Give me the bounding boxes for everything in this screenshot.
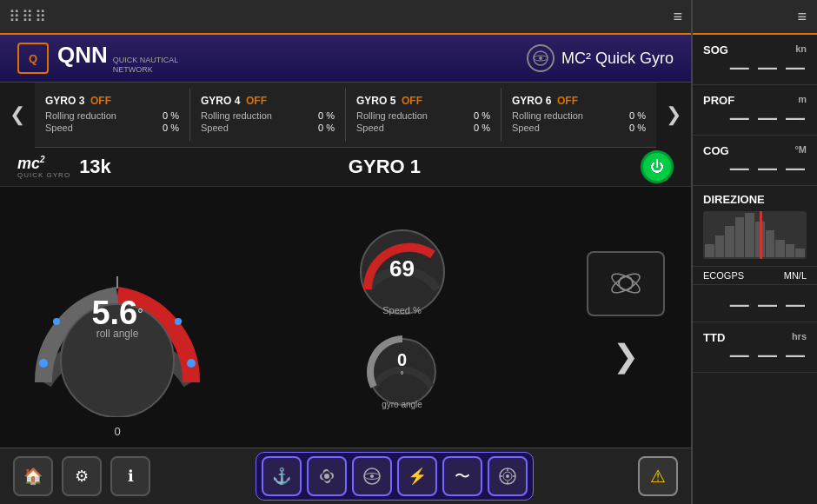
- gyro-icon: [527, 44, 555, 72]
- svg-point-14: [324, 474, 329, 479]
- gyro-nav: ❮ GYRO 3 OFF Rolling reduction 0 % Speed…: [0, 83, 691, 148]
- settings-button[interactable]: ⚙: [62, 456, 102, 496]
- mc2-logo: mc2 QUICK GYRO: [17, 156, 70, 179]
- sidebar-prof: PROF m — — —: [693, 85, 817, 136]
- roll-labels: 0 5 -5 10 -10 15 -15: [17, 421, 217, 448]
- logo-text: QNN QUICK NAUTICAL NETWORK: [57, 42, 178, 75]
- angle-center: 0°: [397, 349, 407, 386]
- logo-subtitle: QUICK NAUTICAL NETWORK: [113, 56, 179, 75]
- fan-button[interactable]: [307, 456, 347, 496]
- logo-area: Q QNN QUICK NAUTICAL NETWORK: [17, 42, 178, 75]
- right-icons: ❯: [587, 251, 674, 383]
- speed-label: Speed %: [382, 305, 422, 315]
- gauges-area: 0 5 -5 10 -10 15 -15 5.6° roll angle: [0, 187, 691, 448]
- app-title: MC² Quick Gyro: [527, 44, 674, 72]
- lightning-button[interactable]: ⚡: [397, 456, 437, 496]
- sidebar-top: ≡: [693, 0, 817, 35]
- app-grid-icon[interactable]: ⠿⠿⠿: [9, 7, 48, 26]
- gyro-angle-value: 0: [397, 349, 407, 369]
- ttd-value: — — —: [703, 344, 807, 367]
- svg-point-8: [53, 318, 60, 325]
- bottom-bar: 🏠 ⚙ ℹ ⚓ ⚡: [0, 448, 691, 504]
- svg-point-5: [187, 359, 196, 368]
- speed-value: 69: [389, 255, 415, 282]
- sidebar-ecogps-value: — — —: [693, 285, 817, 322]
- gyro-angle-label: gyro angle: [382, 400, 422, 409]
- speed-center: 69: [389, 255, 415, 282]
- home-button[interactable]: 🏠: [13, 456, 53, 496]
- svg-point-7: [175, 318, 182, 325]
- svg-point-2: [539, 56, 542, 60]
- gyro-speed-display: 13k: [79, 156, 111, 178]
- sidebar-sog: SOG kn — — —: [693, 35, 817, 85]
- qnn-label: QNN: [57, 42, 108, 69]
- gyro-item-6[interactable]: GYRO 6 OFF Rolling reduction 0 % Speed 0…: [501, 88, 656, 142]
- sidebar-cog: COG °M — — —: [693, 136, 817, 186]
- cog-value: — — —: [703, 157, 807, 180]
- sidebar-menu-icon[interactable]: ≡: [797, 8, 807, 26]
- gyro-item-4[interactable]: GYRO 4 OFF Rolling reduction 0 % Speed 0…: [190, 88, 346, 142]
- wave-button[interactable]: 〜: [442, 456, 482, 496]
- logo-icon: Q: [17, 43, 49, 74]
- direction-indicator: [760, 211, 762, 259]
- sog-value: — — —: [703, 56, 807, 79]
- gyro-main-label: GYRO 1: [129, 156, 641, 178]
- top-bar: ⠿⠿⠿ ≡: [0, 0, 691, 35]
- info-button[interactable]: ℹ: [110, 456, 150, 496]
- roll-val-label: roll angle: [91, 328, 143, 340]
- gyro-main-header: mc2 QUICK GYRO 13k GYRO 1 ⏻: [0, 148, 691, 187]
- next-gyro-button[interactable]: ❯: [604, 329, 648, 383]
- gyro-orbit-icon-button[interactable]: [587, 251, 665, 316]
- header: Q QNN QUICK NAUTICAL NETWORK MC² Quick G…: [0, 35, 691, 83]
- top-menu-icon[interactable]: ≡: [673, 8, 682, 26]
- angle-gauge-wrap: 0° gyro angle: [363, 333, 442, 411]
- svg-point-6: [39, 359, 48, 368]
- sidebar-direzione: DIREZIONE: [693, 186, 817, 267]
- gyro-items: GYRO 3 OFF Rolling reduction 0 % Speed 0…: [35, 88, 656, 142]
- svg-point-17: [370, 474, 374, 478]
- nav-prev-button[interactable]: ❮: [0, 83, 35, 148]
- gyro-item-3[interactable]: GYRO 3 OFF Rolling reduction 0 % Speed 0…: [35, 88, 190, 142]
- right-sidebar: ≡ SOG kn — — — PROF m — — — COG °M — — —…: [691, 0, 817, 504]
- roll-val-number: 5.6: [91, 295, 137, 331]
- nav-next-button[interactable]: ❯: [656, 83, 691, 148]
- speed-gauge-wrap: 69 Speed %: [355, 224, 450, 320]
- nav-button-group: ⚓ ⚡ 〜: [256, 452, 534, 501]
- roll-gauge-container: 0 5 -5 10 -10 15 -15 5.6° roll angle: [17, 217, 217, 417]
- prof-value: — — —: [703, 107, 807, 129]
- sidebar-ecogps-row: ECOGPS MN/L: [693, 267, 817, 285]
- target-button[interactable]: [488, 456, 528, 496]
- center-gauges: 69 Speed % 0° gyro angle: [235, 224, 569, 411]
- sidebar-ttd: TTD hrs — — —: [693, 322, 817, 373]
- anchor-button[interactable]: ⚓: [262, 456, 302, 496]
- gyro-item-5[interactable]: GYRO 5 OFF Rolling reduction 0 % Speed 0…: [346, 88, 501, 142]
- gyro-circle-button[interactable]: [352, 456, 392, 496]
- power-button[interactable]: ⏻: [641, 150, 674, 183]
- svg-point-20: [506, 474, 509, 478]
- gyro-main: mc2 QUICK GYRO 13k GYRO 1 ⏻: [0, 148, 691, 448]
- warning-button[interactable]: ⚠: [638, 456, 678, 496]
- roll-value: 5.6° roll angle: [91, 295, 143, 340]
- direction-chart: [703, 211, 807, 259]
